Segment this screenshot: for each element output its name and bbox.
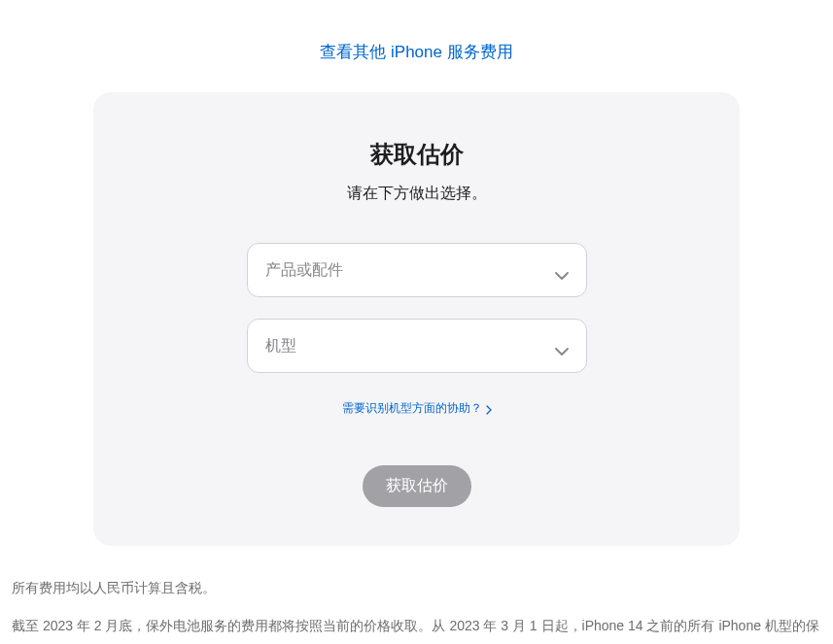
estimate-card: 获取估价 请在下方做出选择。 产品或配件 机型 需要识别机型方面的协助？ 获取估… — [93, 92, 740, 546]
get-estimate-button[interactable]: 获取估价 — [363, 465, 471, 507]
model-select-wrapper: 机型 — [247, 319, 587, 373]
other-services-link[interactable]: 查看其他 iPhone 服务费用 — [320, 43, 512, 61]
submit-row: 获取估价 — [132, 465, 701, 507]
help-link-label: 需要识别机型方面的协助？ — [342, 400, 482, 417]
top-link-container: 查看其他 iPhone 服务费用 — [0, 0, 833, 92]
identify-model-help-link[interactable]: 需要识别机型方面的协助？ — [342, 400, 492, 417]
model-select-placeholder: 机型 — [265, 336, 296, 356]
footer-text: 所有费用均以人民币计算且含税。 截至 2023 年 2 月底，保外电池服务的费用… — [0, 546, 833, 644]
product-select-wrapper: 产品或配件 — [247, 243, 587, 297]
product-select[interactable]: 产品或配件 — [247, 243, 587, 297]
card-subtitle: 请在下方做出选择。 — [132, 184, 701, 204]
model-select[interactable]: 机型 — [247, 319, 587, 373]
product-select-placeholder: 产品或配件 — [265, 260, 343, 281]
footer-notice-text-a: 截至 2023 年 2 月底，保外电池服务的费用都将按照当前的价格收取。从 20… — [12, 618, 819, 644]
card-title: 获取估价 — [132, 139, 701, 170]
footer-line-price-notice: 截至 2023 年 2 月底，保外电池服务的费用都将按照当前的价格收取。从 20… — [12, 611, 821, 644]
chevron-right-icon — [486, 404, 492, 413]
footer-line-currency: 所有费用均以人民币计算且含税。 — [12, 573, 821, 603]
chevron-down-icon — [555, 266, 569, 274]
chevron-down-icon — [555, 342, 569, 350]
